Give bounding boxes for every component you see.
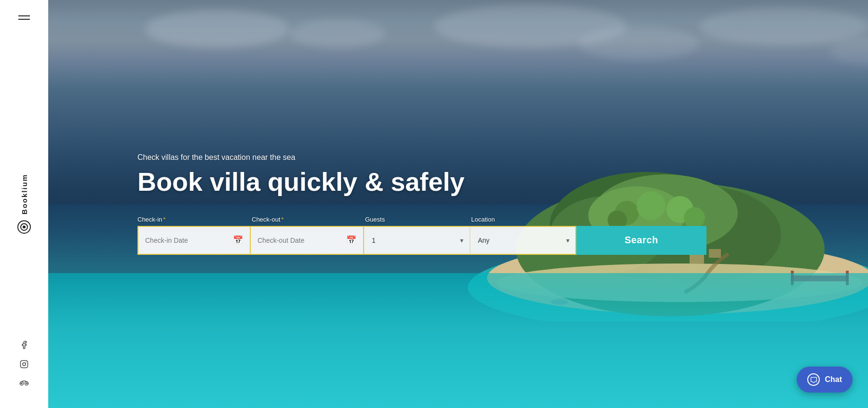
svg-point-5 bbox=[26, 362, 27, 363]
svg-rect-3 bbox=[21, 361, 28, 368]
hero-content: Check villas for the best vacation near … bbox=[48, 0, 868, 408]
chat-bubble-icon bbox=[807, 373, 820, 386]
checkout-calendar-icon: 📅 bbox=[346, 235, 356, 245]
search-form: Check-in* Check-out* Guests Location 📅 bbox=[137, 216, 697, 255]
svg-point-2 bbox=[23, 225, 26, 228]
checkin-label: Check-in* bbox=[137, 216, 251, 223]
svg-point-4 bbox=[23, 363, 26, 366]
social-links bbox=[19, 340, 29, 389]
location-wrapper: Any Maldives Bali Santorini Ibiza ▾ bbox=[470, 226, 576, 255]
guests-select[interactable]: 1 2 3 4 5 6 bbox=[364, 226, 470, 255]
search-button[interactable]: Search bbox=[576, 226, 706, 255]
brand-name: Booklium bbox=[20, 173, 28, 214]
brand: Booklium bbox=[16, 173, 32, 234]
menu-line-2 bbox=[18, 19, 30, 20]
guests-label: Guests bbox=[364, 216, 470, 223]
chat-label: Chat bbox=[825, 375, 842, 384]
instagram-icon[interactable] bbox=[19, 359, 29, 369]
checkout-label: Check-out* bbox=[251, 216, 364, 223]
location-label: Location bbox=[470, 216, 576, 223]
checkin-input[interactable] bbox=[145, 237, 231, 244]
checkout-required: * bbox=[281, 216, 284, 223]
menu-line-1 bbox=[18, 15, 30, 16]
hero-subtitle: Check villas for the best vacation near … bbox=[137, 153, 868, 162]
main-content: Check villas for the best vacation near … bbox=[48, 0, 868, 408]
menu-button[interactable] bbox=[18, 15, 30, 20]
form-labels-row: Check-in* Check-out* Guests Location bbox=[137, 216, 706, 223]
logo-icon bbox=[16, 219, 32, 235]
checkout-field[interactable]: 📅 bbox=[251, 226, 364, 255]
facebook-icon[interactable] bbox=[19, 340, 29, 350]
checkin-required: * bbox=[163, 216, 165, 223]
sidebar: Booklium bbox=[0, 0, 48, 408]
hero-title: Book villa quickly & safely bbox=[137, 168, 868, 196]
checkout-input[interactable] bbox=[258, 237, 344, 244]
checkin-field[interactable]: 📅 bbox=[137, 226, 251, 255]
guests-wrapper: 1 2 3 4 5 6 ▾ bbox=[364, 226, 470, 255]
chat-button[interactable]: Chat bbox=[797, 367, 853, 393]
location-select[interactable]: Any Maldives Bali Santorini Ibiza bbox=[470, 226, 576, 255]
tripadvisor-icon[interactable] bbox=[19, 378, 29, 389]
checkin-calendar-icon: 📅 bbox=[233, 235, 243, 245]
input-group: 📅 📅 1 2 3 4 5 bbox=[137, 226, 706, 255]
